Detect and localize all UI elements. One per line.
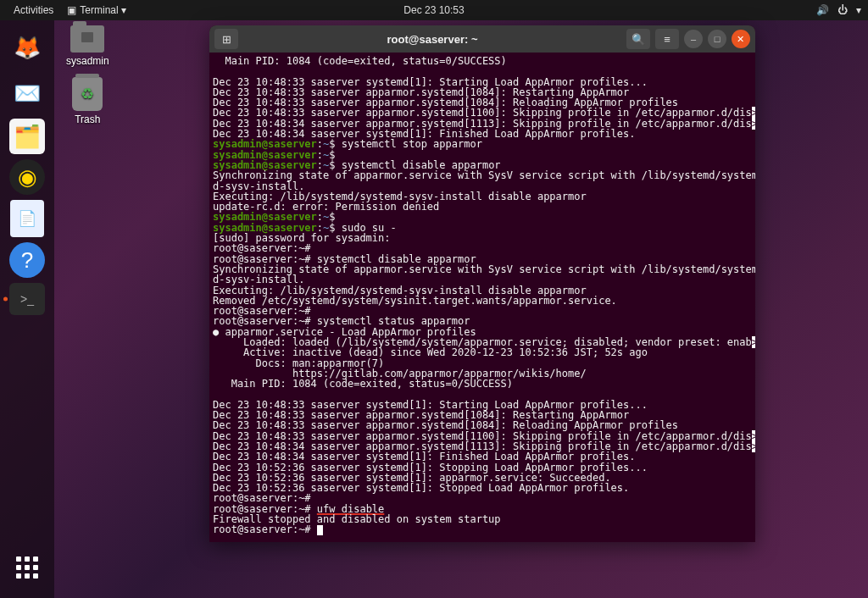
window-titlebar[interactable]: ⊞ root@saserver: ~ 🔍 ≡ – □ ✕ [209,25,755,53]
desktop-home-folder[interactable]: sysadmin [66,25,109,67]
gnome-top-bar: Activities ▣ Terminal ▾ Dec 23 10:53 🔊 ⏻… [0,0,868,20]
home-label: sysadmin [66,55,109,67]
window-minimize-button[interactable]: – [684,30,703,48]
desktop-icons: sysadmin ♻ Trash [66,25,109,125]
dock-firefox[interactable]: 🦊 [7,27,47,68]
trash-label: Trash [75,114,100,125]
terminal-icon: ▣ [67,4,76,16]
window-close-button[interactable]: ✕ [732,30,750,48]
app-menu[interactable]: ▣ Terminal ▾ [60,3,133,18]
trash-icon: ♻ [72,77,103,111]
desktop-trash[interactable]: ♻ Trash [72,77,103,125]
dock-writer[interactable]: 📄 [10,200,44,237]
window-title: root@saserver: ~ [387,33,478,46]
term-line: Main PID: 1084 (code=exited, status=0/SU… [213,378,513,390]
dock-terminal[interactable]: >_ [9,283,45,315]
term-line: Main PID: 1084 (code=exited, status=0/SU… [213,55,507,67]
folder-icon [70,25,104,53]
window-maximize-button[interactable]: □ [708,30,726,48]
dock-rhythmbox[interactable]: ◉ [9,159,45,195]
chevron-down-icon: ▾ [856,4,861,16]
term-cmd: $ systemctl stop apparmor [329,138,482,150]
dock-files[interactable]: 🗂️ [9,119,45,154]
power-icon: ⏻ [837,4,848,16]
hamburger-menu-button[interactable]: ≡ [655,29,679,49]
terminal-window: ⊞ root@saserver: ~ 🔍 ≡ – □ ✕ Main PID: 1… [209,25,755,542]
dock-help[interactable]: ? [9,242,45,278]
cursor [317,525,323,535]
terminal-content[interactable]: Main PID: 1084 (code=exited, status=0/SU… [209,53,755,542]
new-tab-button[interactable]: ⊞ [214,29,238,49]
volume-icon: 🔊 [816,4,829,16]
search-button[interactable]: 🔍 [626,29,650,49]
dock-show-apps[interactable] [7,547,47,588]
clock[interactable]: Dec 23 10:53 [403,4,464,16]
app-menu-label: Terminal ▾ [80,4,126,16]
term-line: root@saserver:~# [213,523,317,535]
system-status-area[interactable]: 🔊 ⏻ ▾ [816,4,861,16]
dock-thunderbird[interactable]: ✉️ [7,73,47,114]
dock: 🦊 ✉️ 🗂️ ◉ 📄 ? >_ [0,20,54,598]
activities-button[interactable]: Activities [7,3,60,18]
